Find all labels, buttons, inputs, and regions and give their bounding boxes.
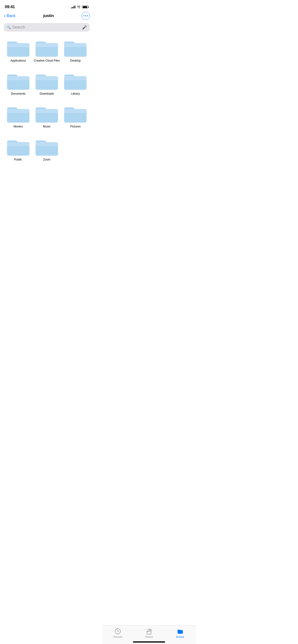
folder-icon-pictures <box>63 104 87 124</box>
page-title: justin <box>43 14 54 18</box>
svg-rect-19 <box>7 142 29 146</box>
folder-icon-library <box>63 72 87 90</box>
folder-icon-applications <box>6 38 30 58</box>
folder-label-zoom: Zoom <box>43 158 51 162</box>
status-time: 09:41 <box>5 4 15 9</box>
folder-label-creative-cloud-files: Creative Cloud Files <box>34 59 60 63</box>
svg-rect-1 <box>7 43 29 47</box>
main-content: Applications Creative Cloud Files Deskto… <box>0 34 94 187</box>
folder-label-movies: Movies <box>14 125 23 129</box>
search-container: 🔍 Search 🎤 <box>0 21 94 34</box>
folder-item-downloads[interactable]: Downloads <box>32 70 61 98</box>
signal-icon <box>71 6 75 8</box>
folder-item-creative-cloud-files[interactable]: Creative Cloud Files <box>32 36 61 65</box>
folder-icon-downloads <box>35 72 59 90</box>
folder-item-library[interactable]: Library <box>61 70 90 98</box>
folder-label-library: Library <box>71 92 80 96</box>
svg-rect-7 <box>7 76 29 80</box>
back-button[interactable]: ‹ Back <box>4 13 15 18</box>
folder-item-public[interactable]: Public <box>4 135 32 164</box>
wifi-icon <box>77 6 81 8</box>
battery-icon <box>82 6 89 8</box>
more-options-button[interactable] <box>82 12 90 20</box>
folder-label-applications: Applications <box>10 59 26 63</box>
folder-item-applications[interactable]: Applications <box>4 36 32 65</box>
folder-label-desktop: Desktop <box>70 59 81 63</box>
svg-rect-17 <box>64 109 87 113</box>
status-icons <box>71 6 89 8</box>
folder-item-pictures[interactable]: Pictures <box>61 102 90 130</box>
svg-rect-9 <box>36 76 58 80</box>
svg-rect-13 <box>7 109 29 113</box>
microphone-icon[interactable]: 🎤 <box>82 25 87 30</box>
svg-rect-21 <box>36 142 58 146</box>
folder-item-movies[interactable]: Movies <box>4 102 32 130</box>
folder-label-public: Public <box>14 158 22 162</box>
search-bar[interactable]: 🔍 Search 🎤 <box>4 23 90 32</box>
folder-icon-music <box>35 104 59 124</box>
folder-label-music: Music <box>43 125 50 129</box>
svg-rect-5 <box>64 43 87 47</box>
folder-label-downloads: Downloads <box>40 92 54 96</box>
folder-label-documents: Documents <box>11 92 26 96</box>
svg-rect-11 <box>64 76 87 80</box>
folder-icon-documents <box>6 72 30 90</box>
folder-icon-movies <box>6 104 30 124</box>
folder-label-pictures: Pictures <box>70 125 81 129</box>
nav-bar: ‹ Back justin <box>0 10 94 21</box>
search-input[interactable]: Search <box>12 25 81 30</box>
folder-item-desktop[interactable]: Desktop <box>61 36 90 65</box>
back-label: Back <box>7 14 16 18</box>
folder-grid: Applications Creative Cloud Files Deskto… <box>4 36 90 164</box>
search-icon: 🔍 <box>7 26 11 29</box>
folder-item-music[interactable]: Music <box>32 102 61 130</box>
back-chevron-icon: ‹ <box>4 13 6 18</box>
folder-item-zoom[interactable]: Zoom <box>32 135 61 164</box>
ellipsis-icon <box>83 15 88 16</box>
folder-icon-public <box>6 137 30 156</box>
folder-icon-zoom <box>35 137 59 156</box>
folder-icon-creative-cloud-files <box>35 38 59 58</box>
svg-rect-3 <box>36 43 58 47</box>
folder-icon-desktop <box>63 38 87 58</box>
status-bar: 09:41 <box>0 0 94 10</box>
folder-item-documents[interactable]: Documents <box>4 70 32 98</box>
svg-rect-15 <box>36 109 58 113</box>
